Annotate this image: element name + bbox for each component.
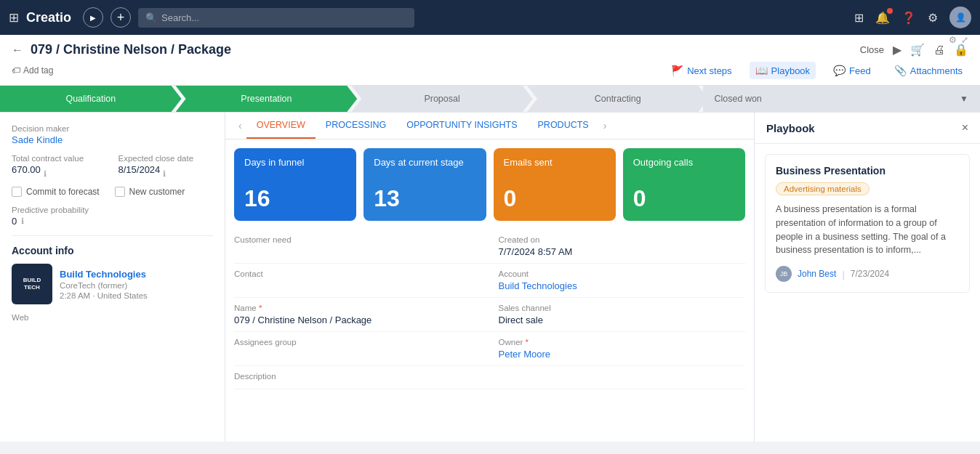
metric-outgoing-calls: Outgoing calls 0 (623, 148, 745, 221)
stage-dropdown-icon[interactable]: ▼ (960, 94, 968, 104)
sales-channel-label: Sales channel (499, 304, 746, 312)
assignees-field: Assignees group (234, 338, 481, 360)
account-sub1: CoreTech (former) (60, 281, 148, 290)
name-field: Name * 079 / Christine Nelson / Package (234, 304, 481, 325)
metric-value: 13 (374, 185, 475, 212)
decision-maker-label: Decision maker (12, 124, 213, 133)
feed-button[interactable]: 💬 Feed (827, 62, 877, 79)
customer-need-label: Customer need (234, 235, 481, 244)
playbook-header: Playbook × (755, 113, 980, 144)
playbook-button[interactable]: 📖 Playbook (750, 62, 816, 79)
stage-label: Proposal (424, 94, 459, 104)
right-panel: Playbook × Business Presentation Adverti… (755, 113, 980, 442)
decision-maker-field: Decision maker Sade Kindle (12, 124, 213, 145)
description-label: Description (234, 372, 481, 381)
expand-icon[interactable]: ⤢ (961, 35, 968, 45)
name-value: 079 / Christine Nelson / Package (234, 315, 481, 325)
metric-days-in-funnel: Days in funnel 16 (234, 148, 356, 221)
metric-title: Emails sent (504, 157, 606, 169)
play-button[interactable]: ▶ (83, 7, 103, 28)
main-content: Decision maker Sade Kindle Total contrac… (0, 113, 980, 442)
tab-opportunity-insights[interactable]: OPPORTUNITY INSIGHTS (396, 113, 527, 139)
owner-field: Owner * Peter Moore (499, 338, 746, 360)
stage-bar: Qualification Presentation Proposal Cont… (0, 86, 980, 113)
account-card: BUILDTECH Build Technologies CoreTech (f… (12, 264, 213, 304)
metrics-row: Days in funnel 16 Days at current stage … (225, 139, 754, 230)
form-section: Customer need Created on 7/7/2024 8:57 A… (225, 230, 754, 389)
predictive-value: 0 (12, 216, 17, 227)
attachments-button[interactable]: 📎 Attachments (888, 62, 968, 79)
created-on-label: Created on (499, 235, 746, 244)
total-contract-value: 670.00 (12, 164, 41, 175)
decision-maker-value[interactable]: Sade Kindle (12, 134, 213, 145)
required-star2: * (526, 338, 529, 346)
playbook-close-button[interactable]: × (962, 121, 968, 134)
form-row-2: Contact Account Build Technologies (234, 264, 745, 298)
info-icon[interactable]: ℹ (44, 169, 47, 179)
stage-proposal[interactable]: Proposal (351, 86, 533, 112)
cart-icon[interactable]: 🛒 (910, 43, 925, 57)
stage-presentation[interactable]: Presentation (176, 86, 358, 112)
author-name[interactable]: John Best (798, 269, 836, 279)
help-icon[interactable]: ❓ (901, 11, 916, 25)
search-input[interactable] (138, 8, 414, 28)
author-avatar: JB (776, 266, 792, 282)
stage-closed-won[interactable]: Closed won ▼ (703, 86, 980, 112)
total-contract-field: Total contract value 670.00 ℹ (12, 154, 107, 184)
tag-icon: 🏷 (12, 65, 20, 76)
bell-icon[interactable]: 🔔 (875, 11, 890, 25)
next-steps-button[interactable]: 🚩 Next steps (665, 62, 737, 79)
feed-icon: 💬 (833, 65, 846, 76)
tabs-prev-arrow[interactable]: ‹ (234, 120, 246, 131)
tabs-next-arrow[interactable]: › (599, 120, 611, 131)
tab-products[interactable]: PRODUCTS (528, 113, 599, 139)
stage-qualification[interactable]: Qualification (0, 86, 182, 112)
account-value[interactable]: Build Technologies (499, 280, 746, 291)
playbook-card: Business Presentation Advertising materi… (765, 154, 970, 293)
play-icon[interactable]: ▶ (893, 43, 901, 57)
top-navigation: ⊞ Creatio ▶ + 🔍 ⊞ 🔔 ❓ ⚙ 👤 (0, 0, 980, 35)
add-button[interactable]: + (111, 7, 131, 28)
new-customer-checkbox-box[interactable] (115, 187, 125, 197)
owner-value[interactable]: Peter Moore (499, 349, 746, 360)
back-button[interactable]: ← (12, 44, 23, 57)
flag-icon: 🚩 (671, 65, 683, 76)
print-icon[interactable]: 🖨 (933, 44, 945, 57)
name-label: Name * (234, 304, 481, 312)
info-icon2[interactable]: ℹ (163, 169, 166, 179)
playbook-tag[interactable]: Advertising materials (776, 182, 869, 195)
separator: | (842, 269, 844, 280)
avatar[interactable]: 👤 (949, 7, 971, 28)
commit-checkbox[interactable]: Commit to forecast (12, 187, 111, 197)
nav-icons: ⊞ 🔔 ❓ ⚙ 👤 (854, 7, 971, 28)
contract-date-row: Total contract value 670.00 ℹ Expected c… (12, 154, 213, 184)
metric-title: Days at current stage (374, 157, 475, 169)
add-tag-button[interactable]: 🏷 Add tag (12, 65, 53, 76)
account-name[interactable]: Build Technologies (60, 269, 148, 280)
search-wrapper: 🔍 (138, 8, 414, 28)
expected-close-label: Expected close date (119, 154, 214, 163)
form-row-3: Name * 079 / Christine Nelson / Package … (234, 298, 745, 332)
page-header: ⚙ ⤢ ← 079 / Christine Nelson / Package C… (0, 35, 980, 86)
empty-field (499, 372, 746, 383)
apps-grid-icon[interactable]: ⊞ (9, 10, 19, 25)
stage-label: Qualification (65, 94, 116, 104)
tabs-row: ‹ OVERVIEW PROCESSING OPPORTUNITY INSIGH… (225, 113, 754, 139)
settings-corner-icon[interactable]: ⚙ (949, 35, 957, 45)
grid-icon[interactable]: ⊞ (854, 11, 864, 25)
commit-label: Commit to forecast (26, 187, 100, 197)
tab-processing[interactable]: PROCESSING (316, 113, 396, 139)
form-row-5: Description (234, 366, 745, 389)
new-customer-checkbox[interactable]: New customer (115, 187, 214, 197)
contact-label: Contact (234, 269, 481, 278)
created-on-field: Created on 7/7/2024 8:57 AM (499, 235, 746, 257)
commit-checkbox-box[interactable] (12, 187, 22, 197)
predictive-info-icon[interactable]: ℹ (21, 216, 24, 226)
stage-contracting[interactable]: Contracting (527, 86, 709, 112)
predictive-field: Predictive probability 0 ℹ (12, 206, 213, 227)
web-label: Web (12, 313, 213, 322)
predictive-label: Predictive probability (12, 206, 213, 214)
settings-icon[interactable]: ⚙ (928, 11, 938, 25)
tab-overview[interactable]: OVERVIEW (246, 113, 316, 139)
close-button[interactable]: Close (860, 44, 884, 55)
